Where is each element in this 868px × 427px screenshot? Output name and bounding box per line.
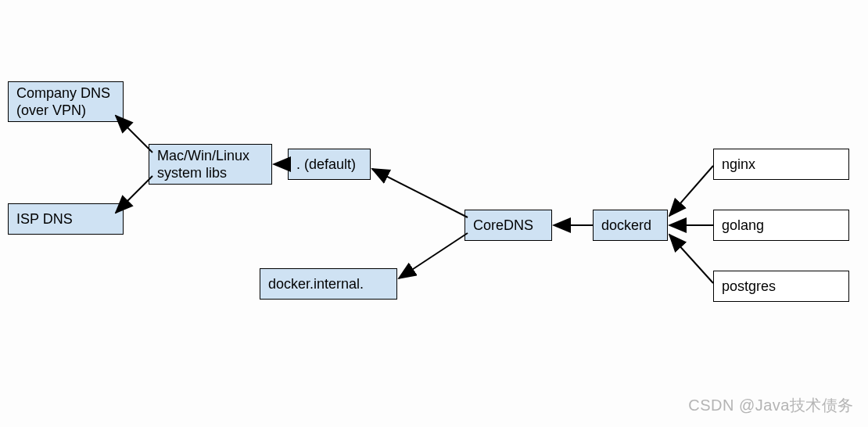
node-syslibs: Mac/Win/Linux system libs xyxy=(149,144,272,185)
node-coredns: CoreDNS xyxy=(464,210,552,241)
syslibs-l2: system libs xyxy=(157,164,227,182)
node-nginx: nginx xyxy=(713,149,849,180)
svg-line-4 xyxy=(399,233,468,278)
node-isp-dns: ISP DNS xyxy=(8,203,124,235)
watermark: CSDN @Java技术债务 xyxy=(688,395,854,416)
coredns-label: CoreDNS xyxy=(473,217,533,235)
node-dockerd: dockerd xyxy=(593,210,668,241)
company-dns-l1: Company DNS xyxy=(16,84,110,102)
node-company-dns: Company DNS (over VPN) xyxy=(8,81,124,122)
postgres-label: postgres xyxy=(722,278,776,296)
svg-line-3 xyxy=(372,169,468,217)
syslibs-l1: Mac/Win/Linux xyxy=(157,147,249,165)
node-docker-internal: docker.internal. xyxy=(260,268,397,300)
node-postgres: postgres xyxy=(713,271,849,302)
svg-line-6 xyxy=(669,166,713,216)
node-golang: golang xyxy=(713,210,849,241)
node-default-zone: . (default) xyxy=(288,149,371,180)
default-zone-label: . (default) xyxy=(296,156,356,174)
svg-line-8 xyxy=(669,235,713,283)
golang-label: golang xyxy=(722,217,764,235)
docker-internal-label: docker.internal. xyxy=(268,275,364,293)
company-dns-l2: (over VPN) xyxy=(16,102,86,120)
nginx-label: nginx xyxy=(722,156,755,174)
dockerd-label: dockerd xyxy=(601,217,651,235)
isp-dns-label: ISP DNS xyxy=(16,210,73,228)
